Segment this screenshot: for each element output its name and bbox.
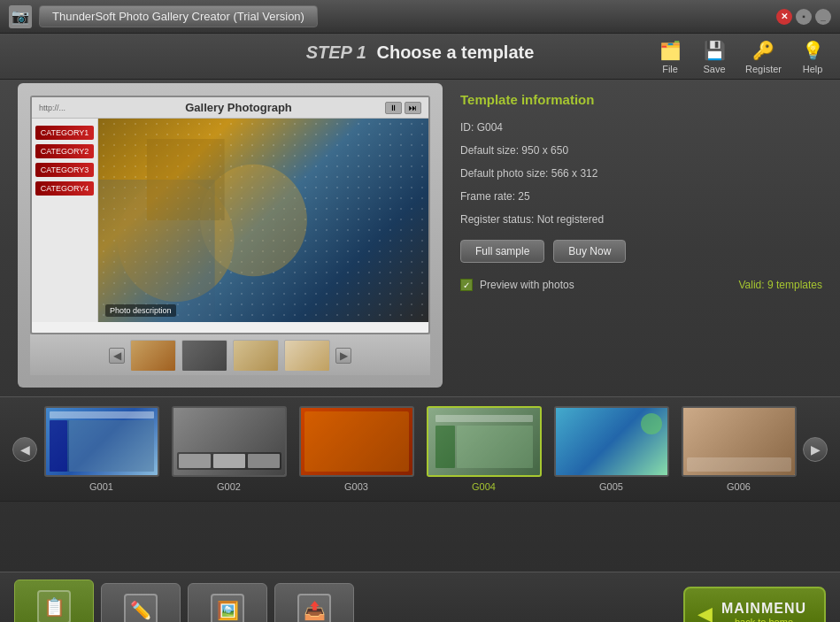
close-button[interactable]: ✕ [776,9,792,25]
thumbnail-3[interactable] [233,340,279,372]
info-photo-size: Default photo size: 566 x 312 [460,165,822,181]
template-label-g004: G004 [472,481,496,492]
main-menu-label: MAINMENU [721,600,806,617]
app-title: ThunderSoft Photo Gallery Creator (Trial… [39,5,318,27]
template-thumb-g004 [427,406,542,477]
main-menu-arrow-icon: ◀ [697,603,713,622]
template-thumb-g005 [554,406,669,477]
template-tab-icon: 📋 [37,590,71,622]
publish-tab-icon: 📤 [297,594,331,622]
thumbnail-1[interactable] [130,340,176,372]
preview-inner: http://... Gallery Photograph ⏸ ⏭ CATEGO… [30,96,430,334]
title-bar: 📷 ThunderSoft Photo Gallery Creator (Tri… [0,0,840,34]
carousel-prev-button[interactable]: ◀ [12,437,37,462]
info-panel: Template information ID: G004 Default si… [460,83,822,388]
full-sample-button[interactable]: Full sample [460,240,544,263]
app-icon: 📷 [9,5,32,28]
thumbnail-strip: ◀ ▶ [30,334,430,375]
nav-tab-publish[interactable]: 📤 Publish [274,583,354,622]
category-btn-4[interactable]: CATEGORY4 [35,181,94,196]
pause-btn[interactable]: ⏸ [385,102,402,114]
content-row: http://... Gallery Photograph ⏸ ⏭ CATEGO… [0,83,840,388]
preview-main-image: Photo description [98,119,428,322]
thumb-next-btn[interactable]: ▶ [335,348,351,364]
svg-rect-3 [147,139,225,220]
category-btn-2[interactable]: CATEGORY2 [35,144,94,158]
template-thumb-g003 [299,406,414,477]
preview-area: http://... Gallery Photograph ⏸ ⏭ CATEGO… [18,83,443,388]
category-sidebar: CATEGORY1 CATEGORY2 CATEGORY3 CATEGORY4 [32,119,98,322]
template-item-g001[interactable]: G001 [44,406,159,492]
main-menu-text: MAINMENU back to home [721,600,806,622]
photo-description: Photo description [105,304,176,317]
nav-tab-edit[interactable]: ✏️ Edit [101,583,181,622]
template-label-g001: G001 [89,481,113,492]
template-label-g006: G006 [727,481,751,492]
template-label-g002: G002 [217,481,241,492]
template-item-g005[interactable]: G005 [554,406,669,492]
preview-photos-label: Preview with photos [480,279,574,291]
info-frame-rate: Frame rate: 25 [460,188,822,204]
template-info-title: Template information [460,92,822,107]
template-thumb-g001 [44,406,159,477]
photo-tab-icon: 🖼️ [211,594,244,622]
preview-photos-checkbox[interactable]: ✓ [460,279,473,291]
template-label-g005: G005 [599,481,623,492]
gallery-header: http://... Gallery Photograph ⏸ ⏭ [32,97,428,119]
info-buttons: Full sample Buy Now [460,240,822,263]
url-bar: http://... [39,104,92,112]
preview-photos-row: ✓ Preview with photos Valid: 9 templates [460,279,822,291]
main-menu-button[interactable]: ◀ MAINMENU back to home [683,587,826,622]
info-id: ID: G004 [460,119,822,135]
toolbar: STEP 1 Choose a template 🗂️ File 💾 Save … [0,34,840,80]
template-item-g003[interactable]: G003 [299,406,414,492]
maximize-button[interactable]: ▪ [796,9,812,25]
step-title: Choose a template [376,42,534,62]
main-menu-sublabel: back to home [721,617,806,622]
nav-tab-template[interactable]: 📋 Template [14,580,94,622]
carousel-area: ◀ G001 [0,396,840,502]
edit-tab-icon: ✏️ [124,594,158,622]
next-btn[interactable]: ⏭ [405,102,421,114]
template-item-g006[interactable]: G006 [682,406,797,492]
template-thumb-g006 [682,406,797,477]
main-content: STEP 1 Choose a template 🗂️ File 💾 Save … [0,34,840,572]
info-default-size: Default size: 950 x 650 [460,142,822,158]
minimize-button[interactable]: _ [815,9,831,25]
template-label-g003: G003 [344,481,368,492]
buy-now-button[interactable]: Buy Now [553,240,626,263]
template-item-g004[interactable]: G004 [427,406,542,492]
thumb-prev-btn[interactable]: ◀ [109,348,125,364]
gallery-body: CATEGORY1 CATEGORY2 CATEGORY3 CATEGORY4 [32,119,428,322]
play-buttons: ⏸ ⏭ [385,102,421,114]
nav-tab-photo[interactable]: 🖼️ Photo [188,583,267,622]
template-thumb-g002 [172,406,287,477]
thumbnail-4[interactable] [284,340,330,372]
window-controls: ✕ ▪ _ [776,9,831,25]
category-btn-3[interactable]: CATEGORY3 [35,163,94,177]
valid-templates-count: Valid: 9 templates [739,279,823,291]
thumbnail-2[interactable] [181,340,227,372]
carousel-inner: G001 G002 [0,406,840,492]
bottom-bar: 📋 Template ✏️ Edit 🖼️ Photo 📤 Publish ◀ … [0,572,840,622]
carousel-next-button[interactable]: ▶ [803,437,828,462]
template-item-g002[interactable]: G002 [172,406,287,492]
step-number: STEP 1 [306,42,366,62]
info-register-status: Register status: Not registered [460,211,822,227]
category-btn-1[interactable]: CATEGORY1 [35,126,94,140]
gallery-title: Gallery Photograph [92,101,385,114]
